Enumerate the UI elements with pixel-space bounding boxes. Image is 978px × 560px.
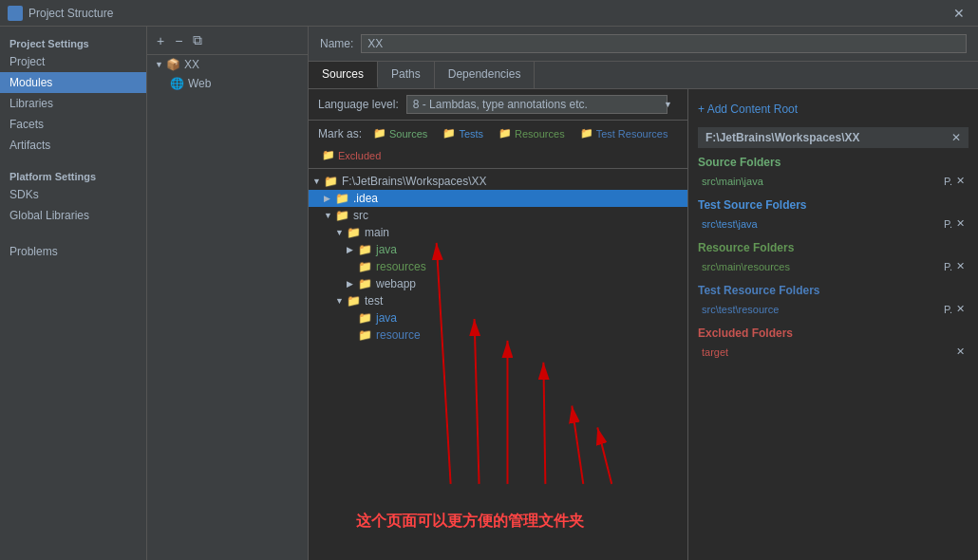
mark-as-bar: Mark as: 📁 Sources 📁 Tests [309,121,687,169]
mark-test-resources-button[interactable]: 📁 Test Resources [576,126,672,140]
expand-arrow: ▼ [155,60,166,69]
copy-module-button[interactable]: ⧉ [189,30,206,50]
tree-item-idea[interactable]: ▶ 📁 .idea [309,190,687,207]
language-level-select[interactable]: 8 - Lambdas, type annotations etc. 7 - D… [406,95,668,114]
excluded-folders-title: Excluded Folders [698,327,969,340]
project-settings-section: Project Settings [0,34,146,51]
excluded-folders-section: Excluded Folders target ✕ [698,327,969,360]
sidebar-item-libraries[interactable]: Libraries [0,93,146,114]
sidebar: Project Settings Project Modules Librari… [0,27,147,560]
module-item-web[interactable]: 🌐 Web [147,74,308,93]
sidebar-item-problems[interactable]: Problems [0,226,146,262]
test-resource-folder-remove-button[interactable]: ✕ [956,303,965,315]
test-resource-folders-title: Test Resource Folders [698,284,969,297]
tree-panel: Language level: 8 - Lambdas, type annota… [309,89,688,560]
sidebar-item-artifacts[interactable]: Artifacts [0,135,146,156]
tree-item-resource-test[interactable]: 📁 resource [309,327,687,344]
svg-line-4 [543,363,545,484]
tree-item-java-main[interactable]: ▶ 📁 java [309,241,687,258]
java-main-arrow: ▶ [347,245,358,254]
mark-resources-button[interactable]: 📁 Resources [495,126,569,140]
test-resource-folder-p-button[interactable]: P. [944,304,952,315]
resource-folder-p-button[interactable]: P. [944,261,952,272]
excluded-folder-remove-button[interactable]: ✕ [956,345,965,358]
resource-test-folder-icon: 📁 [358,328,372,342]
source-folder-actions: P. ✕ [944,175,965,187]
sidebar-item-project[interactable]: Project [0,51,146,72]
resource-folders-section: Resource Folders src\main\resources P. ✕ [698,241,969,274]
title-bar: Project Structure ✕ [0,0,978,27]
tree-item-java-test[interactable]: 📁 java [309,309,687,327]
mark-sources-button[interactable]: 📁 Sources [369,126,431,140]
excluded-folder-path: target [702,346,728,358]
language-level-label: Language level: [318,98,399,111]
source-folder-p-button[interactable]: P. [944,176,952,187]
content-root-close-button[interactable]: ✕ [951,131,961,144]
module-tree-panel: + − ⧉ ▼ 📦 XX 🌐 Web [147,27,309,560]
source-folder-path: src\main\java [702,176,763,187]
svg-line-2 [475,319,480,484]
webapp-arrow: ▶ [347,279,358,289]
resource-folder-entry: src\main\resources P. ✕ [698,258,969,274]
resource-folder-actions: P. ✕ [944,260,965,272]
module-item-xx[interactable]: ▼ 📦 XX [147,55,308,74]
window-title: Project Structure [28,7,948,20]
test-resource-folder-path: src\test\resource [702,304,779,315]
tree-item-main[interactable]: ▼ 📁 main [309,224,687,241]
test-source-folders-section: Test Source Folders src\test\java P. ✕ [698,198,969,232]
java-test-folder-icon: 📁 [358,311,372,325]
test-source-folder-remove-button[interactable]: ✕ [956,217,965,230]
test-source-folder-p-button[interactable]: P. [944,218,952,230]
tree-item-test[interactable]: ▼ 📁 test [309,292,687,309]
tree-item-src[interactable]: ▼ 📁 src [309,207,687,224]
resources-folder-icon: 📁 [498,127,512,140]
sidebar-item-global-libraries[interactable]: Global Libraries [0,205,146,226]
tree-root[interactable]: ▼ 📁 F:\JetBrains\Workspaces\XX [309,173,687,190]
src-arrow: ▼ [324,211,335,220]
remove-module-button[interactable]: − [171,31,186,50]
add-content-root-button[interactable]: + Add Content Root [698,99,969,120]
right-panel: + Add Content Root F:\JetBrains\Workspac… [688,89,978,560]
name-label: Name: [320,37,353,50]
main-folder-icon: 📁 [347,226,361,239]
mark-excluded-button[interactable]: 📁 Excluded [318,148,385,162]
module-content: Language level: 8 - Lambdas, type annota… [309,89,978,560]
mark-as-label: Mark as: [318,127,362,140]
module-tree-content: ▼ 📦 XX 🌐 Web [147,55,308,560]
svg-line-6 [597,427,611,484]
test-resource-folder-actions: P. ✕ [944,303,965,315]
webapp-folder-icon: 📁 [358,277,372,290]
resource-folder-remove-button[interactable]: ✕ [956,260,965,272]
source-folder-remove-button[interactable]: ✕ [956,175,965,187]
content-root-path: F:\JetBrains\Workspaces\XX [705,131,860,144]
idea-folder-icon: 📁 [335,192,349,205]
mark-tests-button[interactable]: 📁 Tests [439,126,487,140]
java-main-folder-icon: 📁 [358,243,372,256]
name-bar: Name: [309,27,978,62]
sidebar-item-sdks[interactable]: SDKs [0,184,146,205]
test-folder-icon: 📁 [347,294,361,308]
file-tree[interactable]: ▼ 📁 F:\JetBrains\Workspaces\XX ▶ 📁 .id [309,169,687,560]
source-folders-title: Source Folders [698,156,969,169]
name-input[interactable] [361,34,967,53]
content-area: Name: Sources Paths Dependencies [309,27,978,560]
close-button[interactable]: ✕ [948,4,970,23]
module-icon: 📦 [166,58,180,71]
tab-sources[interactable]: Sources [309,62,378,88]
resource-folders-title: Resource Folders [698,241,969,254]
test-source-folders-title: Test Source Folders [698,198,969,212]
app-icon [8,6,23,21]
tab-dependencies[interactable]: Dependencies [435,62,536,88]
tab-paths[interactable]: Paths [378,62,435,88]
add-module-button[interactable]: + [153,31,168,50]
sidebar-item-facets[interactable]: Facets [0,114,146,135]
idea-arrow: ▶ [324,194,335,203]
sidebar-item-modules[interactable]: Modules [0,72,146,93]
test-resource-folder-entry: src\test\resource P. ✕ [698,301,969,317]
tree-item-resources[interactable]: 📁 resources [309,258,687,275]
sources-folder-icon: 📁 [373,127,386,140]
test-arrow: ▼ [335,296,347,306]
excluded-folder-entry: target ✕ [698,344,969,360]
tree-item-webapp[interactable]: ▶ 📁 webapp [309,275,687,292]
window-container: Project Structure ✕ Project Settings Pro… [0,0,978,560]
